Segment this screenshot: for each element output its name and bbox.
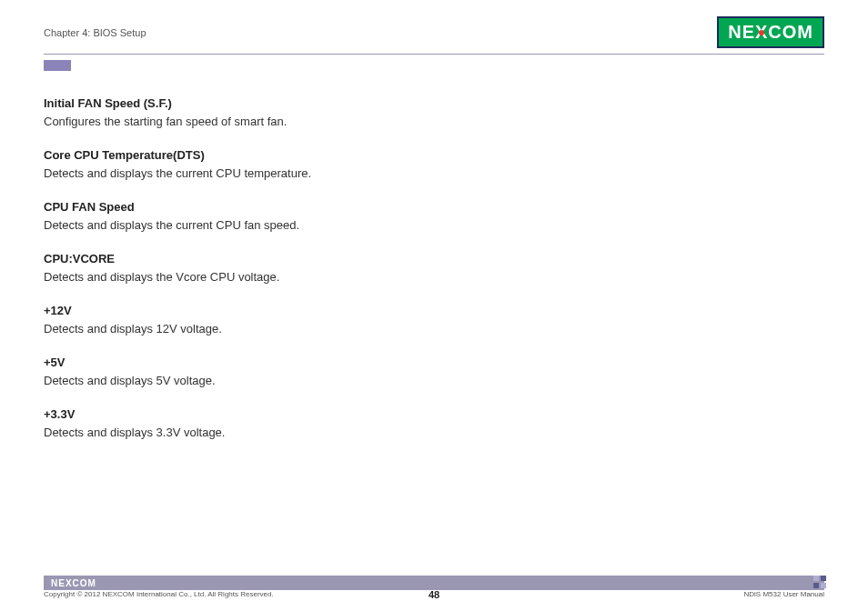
setting-title: Core CPU Temperature(DTS) bbox=[44, 146, 824, 165]
nexcom-logo-large: NEXCOM bbox=[717, 16, 824, 48]
square-icon bbox=[813, 576, 819, 581]
setting-title: +12V bbox=[44, 302, 824, 320]
purple-tab-decoration bbox=[44, 60, 71, 71]
setting-title: CPU FAN Speed bbox=[44, 198, 824, 216]
setting-description: Detects and displays the Vcore CPU volta… bbox=[44, 268, 824, 286]
page-header: Chapter 4: BIOS Setup NEXCOM bbox=[0, 0, 868, 54]
setting-item: CPU FAN Speed Detects and displays the c… bbox=[44, 198, 824, 234]
footer-text-row: Copyright © 2012 NEXCOM International Co… bbox=[44, 590, 824, 598]
setting-title: +3.3V bbox=[44, 406, 824, 424]
square-icon bbox=[821, 583, 826, 588]
setting-description: Configures the starting fan speed of sma… bbox=[44, 113, 824, 131]
setting-title: CPU:VCORE bbox=[44, 250, 824, 268]
logo-text-ne: NE bbox=[728, 22, 755, 43]
setting-item: Core CPU Temperature(DTS) Detects and di… bbox=[44, 146, 824, 182]
setting-item: Initial FAN Speed (S.F.) Configures the … bbox=[44, 95, 824, 130]
setting-item: +12V Detects and displays 12V voltage. bbox=[44, 302, 824, 337]
setting-title: +5V bbox=[44, 354, 824, 372]
logo-text-com: COM bbox=[768, 22, 813, 43]
content-area: Initial FAN Speed (S.F.) Configures the … bbox=[0, 71, 868, 441]
setting-description: Detects and displays the current CPU tem… bbox=[44, 165, 824, 183]
nexcom-logo-small: NEXCOM bbox=[51, 578, 96, 588]
setting-title: Initial FAN Speed (S.F.) bbox=[44, 95, 824, 113]
setting-item: CPU:VCORE Detects and displays the Vcore… bbox=[44, 250, 824, 285]
square-icon bbox=[821, 576, 826, 581]
setting-description: Detects and displays 5V voltage. bbox=[44, 372, 824, 390]
setting-description: Detects and displays 12V voltage. bbox=[44, 320, 824, 338]
setting-description: Detects and displays 3.3V voltage. bbox=[44, 424, 824, 442]
square-icon bbox=[813, 583, 819, 588]
manual-name: NDiS M532 User Manual bbox=[744, 590, 824, 598]
page-number: 48 bbox=[429, 589, 439, 600]
page-footer: NEXCOM Copyright © 2012 NEXCOM Internati… bbox=[0, 576, 868, 598]
logo-text-x: X bbox=[755, 22, 768, 43]
setting-item: +5V Detects and displays 5V voltage. bbox=[44, 354, 824, 389]
copyright-text: Copyright © 2012 NEXCOM International Co… bbox=[44, 590, 274, 598]
footer-decoration-squares bbox=[813, 576, 826, 588]
header-divider bbox=[44, 54, 824, 55]
setting-item: +3.3V Detects and displays 3.3V voltage. bbox=[44, 406, 824, 441]
setting-description: Detects and displays the current CPU fan… bbox=[44, 216, 824, 235]
chapter-title: Chapter 4: BIOS Setup bbox=[44, 27, 146, 38]
